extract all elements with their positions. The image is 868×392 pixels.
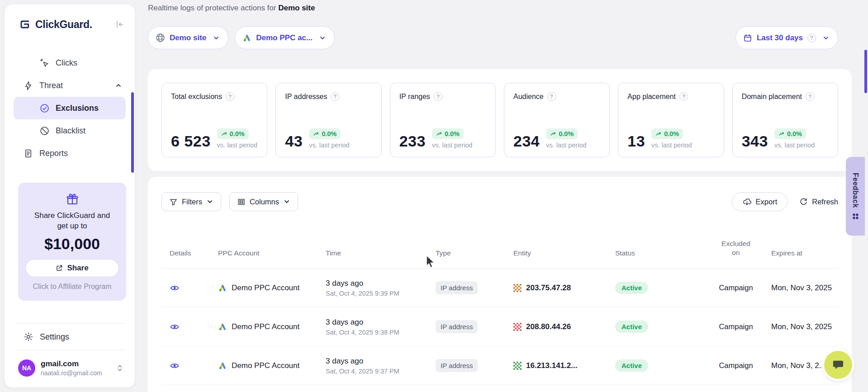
globe-icon [156,33,165,43]
col-header-time: Time [313,249,424,257]
stat-card-ip-ranges: IP ranges? 233 0.0% vs. last period [390,83,496,157]
help-icon: ? [547,92,556,101]
stat-compare: vs. last period [309,142,349,149]
feedback-label: Feedback [851,173,859,208]
refresh-button[interactable]: Refresh [799,192,838,211]
sidebar: ClickGuard. Clicks [5,5,135,387]
col-header-ppc-account: PPC Account [204,249,313,257]
trend-up-icon [778,131,785,137]
chevron-down-icon [206,198,213,205]
stat-compare: vs. last period [651,142,692,149]
help-icon: ? [807,33,816,42]
share-button[interactable]: Share [25,259,119,277]
stat-card-domain-placement: Domain placement? 343 0.0% vs. last peri… [732,83,838,157]
app-root: ClickGuard. Clicks [0,0,868,392]
row-details-eye-icon[interactable] [170,361,180,371]
row-time-exact: Sat, Oct 4, 2025 9:38 PM [326,329,424,336]
entity-identicon [513,323,522,331]
filters-button[interactable]: Filters [161,192,221,211]
sidebar-collapse-icon[interactable] [115,19,125,29]
chevron-up-down-icon [116,364,124,372]
trend-value: 0.0% [230,130,245,137]
col-header-details: Details [161,249,204,257]
user-name: gmail.com [41,359,102,368]
row-details-eye-icon[interactable] [170,283,180,293]
sidebar-item-exclusions[interactable]: Exclusions [14,97,126,119]
page-scrollbar[interactable] [864,50,867,93]
ban-icon [40,126,49,136]
account-selector[interactable]: Demo PPC ac... [235,26,335,49]
external-link-icon [56,264,63,272]
table-toolbar: Filters Columns [161,192,838,211]
document-icon [24,149,33,158]
trend-value: 0.0% [787,130,802,137]
row-entity: 16.213.141.2... [526,361,577,370]
sidebar-item-blacklist[interactable]: Blacklist [5,119,135,142]
columns-button[interactable]: Columns [229,192,298,211]
gift-icon [66,193,79,206]
trend-up-icon [655,131,662,137]
row-entity: 208.80.44.26 [526,322,571,331]
clickguard-logo-icon [18,18,31,31]
avatar: NA [18,359,35,377]
chat-button[interactable] [824,351,852,379]
col-header-excluded-on: Excluded on [721,239,750,257]
site-selector[interactable]: Demo site [148,26,228,49]
sidebar-item-label: Clicks [56,58,77,68]
row-time-relative: 3 days ago [326,357,424,366]
stat-compare: vs. last period [774,142,815,149]
row-details-eye-icon[interactable] [170,322,180,332]
stat-value: 43 [285,133,303,149]
sidebar-item-threat[interactable]: Threat [5,74,135,97]
google-ads-icon [218,283,227,293]
sidebar-scrollbar[interactable] [131,92,134,173]
export-button[interactable]: Export [732,192,788,211]
row-type-badge: IP address [436,359,478,372]
affiliate-program-link[interactable]: Click to Affiliate Program [25,283,119,291]
row-excluded-on: Campaign [704,322,768,331]
stat-compare: vs. last period [546,142,586,149]
sidebar-item-label: Exclusions [56,104,99,113]
date-range-label: Last 30 days [757,33,803,43]
sidebar-nav: Clicks Threat Exclusi [5,52,135,165]
promo-headline: Share ClickGuard and get up to [32,211,113,231]
entity-identicon [513,362,522,370]
google-ads-icon [218,322,227,331]
row-account: Demo PPC Account [232,283,299,293]
stat-value: 6 523 [171,133,211,149]
sidebar-item-clicks[interactable]: Clicks [5,52,135,74]
col-header-expires-at: Expires at [768,249,842,257]
col-header-entity: Entity [501,249,602,257]
settings-label: Settings [40,332,69,342]
row-status-badge: Active [615,359,648,372]
trend-value: 0.0% [559,130,574,137]
sidebar-item-settings[interactable]: Settings [5,324,135,350]
stat-card-ip-addresses: IP addresses? 43 0.0% vs. last period [275,83,381,157]
date-range-selector[interactable]: Last 30 days ? [735,26,838,49]
feedback-widget-icon [852,213,859,220]
chevron-down-icon [213,34,220,42]
row-excluded-on: Campaign [704,283,768,292]
col-header-status: Status [602,249,704,257]
row-type-badge: IP address [436,320,478,333]
trend-value: 0.0% [445,130,460,137]
page-subtitle: Realtime logs of protective actions for … [148,4,852,13]
trend-up-icon [550,131,556,137]
refresh-icon [799,198,808,206]
stat-value: 343 [742,133,768,149]
logo-row: ClickGuard. [5,18,135,31]
chevron-down-icon [283,198,290,205]
row-account: Demo PPC Account [232,322,299,331]
promo-amount: $10,000 [25,235,119,253]
feedback-tab[interactable]: Feedback [846,157,865,236]
user-menu[interactable]: NA gmail.com naatali.ro@gmail.com [5,350,135,387]
stat-card-audience: Audience? 234 0.0% vs. last period [504,83,610,157]
help-icon: ? [331,92,339,101]
sidebar-item-label: Threat [39,81,63,90]
lightning-icon [24,81,33,90]
row-expires-at: Mon, Nov 3, 2025 [768,283,842,293]
google-ads-icon [218,361,227,370]
row-status-badge: Active [615,282,648,294]
table-row: Demo PPC Account 3 days agoSat, Oct 4, 2… [161,307,838,346]
sidebar-item-reports[interactable]: Reports [5,142,135,165]
